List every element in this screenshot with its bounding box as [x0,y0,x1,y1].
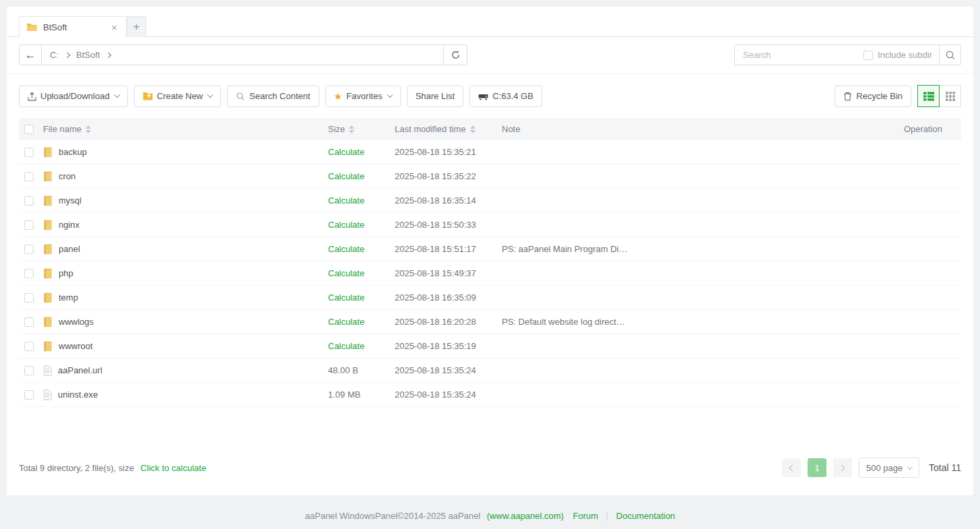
refresh-button[interactable] [443,44,467,65]
file-name[interactable]: panel [59,244,80,254]
click-to-calculate-link[interactable]: Click to calculate [141,463,207,473]
documentation-link[interactable]: Documentation [616,511,675,521]
recycle-bin-button[interactable]: Recycle Bin [835,86,911,107]
file-size[interactable]: Calculate [328,317,395,327]
tab-btsoft[interactable]: BtSoft × [19,16,127,37]
star-icon: ★ [334,92,343,101]
file-size[interactable]: Calculate [328,268,395,278]
row-checkbox[interactable] [24,172,34,181]
search-content-button[interactable]: Search Content [227,86,319,107]
prev-page-button[interactable] [782,458,801,477]
forum-link[interactable]: Forum [573,511,599,521]
file-size[interactable]: Calculate [328,195,395,206]
search-input[interactable] [742,49,863,61]
next-page-button[interactable] [833,458,852,477]
table-row[interactable]: panel Calculate 2025-08-18 15:51:17 PS: … [19,237,961,261]
file-manager-panel: BtSoft × + ← C: BtSoft [7,7,973,495]
select-all-checkbox[interactable] [24,125,34,134]
include-subdir-checkbox[interactable] [863,51,873,60]
file-name[interactable]: uninst.exe [58,390,98,400]
toolbar: Upload/Download Create New Search Conten… [7,74,973,118]
table-row[interactable]: aaPanel.url 48.00 B 2025-08-18 15:35:24 [19,359,961,383]
table-row[interactable]: php Calculate 2025-08-18 15:49:37 [19,261,961,286]
site-link[interactable]: (www.aapanel.com) [487,511,564,521]
file-name[interactable]: mysql [59,195,81,206]
new-tab-button[interactable]: + [127,16,146,37]
file-icon [43,365,52,376]
back-button[interactable]: ← [19,44,42,65]
file-name[interactable]: aaPanel.url [58,365,102,375]
file-name[interactable]: cron [59,171,75,181]
footer-divider: | [606,511,608,521]
row-checkbox[interactable] [24,220,34,230]
current-page-button[interactable]: 1 [808,458,826,477]
header-size[interactable]: Size [328,124,395,134]
row-checkbox[interactable] [24,245,34,254]
file-name[interactable]: temp [59,292,78,303]
breadcrumb[interactable]: C: BtSoft [41,44,444,65]
close-icon[interactable]: × [109,21,119,34]
row-checkbox[interactable] [24,317,34,327]
search-content-label: Search Content [249,91,310,101]
file-name[interactable]: wwwlogs [59,317,94,327]
favorites-button[interactable]: ★ Favorites [325,86,401,107]
file-size[interactable]: Calculate [328,292,395,303]
table-row[interactable]: wwwroot Calculate 2025-08-18 15:35:19 [19,334,961,359]
row-checkbox[interactable] [24,196,34,206]
chevron-right-icon [106,52,111,57]
table-row[interactable]: cron Calculate 2025-08-18 15:35:22 [19,164,961,189]
share-list-button[interactable]: Share List [407,86,464,107]
table-row[interactable]: backup Calculate 2025-08-18 15:35:21 [19,140,961,164]
search-button[interactable] [939,44,961,65]
last-modified-time: 2025-08-18 16:35:09 [395,292,502,303]
recycle-bin-label: Recycle Bin [856,91,903,101]
file-size[interactable]: Calculate [328,341,395,351]
file-name[interactable]: backup [59,147,87,157]
file-size: 1.09 MB [328,390,395,400]
upload-download-button[interactable]: Upload/Download [19,86,128,107]
folder-icon [26,22,38,32]
row-checkbox[interactable] [24,390,34,400]
table-row[interactable]: uninst.exe 1.09 MB 2025-08-18 15:35:24 [19,383,961,407]
disk-space-button[interactable]: C:63.4 GB [469,86,542,107]
table-row[interactable]: nginx Calculate 2025-08-18 15:50:33 [19,213,961,237]
file-name[interactable]: php [59,268,73,278]
sort-icon[interactable] [349,125,354,133]
header-file-name[interactable]: File name [43,124,328,134]
refresh-icon [451,50,461,60]
sort-icon[interactable] [470,125,476,133]
row-checkbox[interactable] [24,366,34,375]
table-row[interactable]: mysql Calculate 2025-08-18 16:35:14 [19,189,961,213]
breadcrumb-segment-drive[interactable]: C: [48,50,60,60]
trash-icon [843,92,852,101]
file-size[interactable]: Calculate [328,244,395,254]
file-size[interactable]: Calculate [328,171,395,181]
create-new-button[interactable]: Create New [134,86,222,107]
table-row[interactable]: temp Calculate 2025-08-18 16:35:09 [19,286,961,310]
row-checkbox[interactable] [24,293,34,303]
list-view-button[interactable] [917,85,940,107]
folder-icon [43,341,53,352]
grid-view-button[interactable] [939,85,961,107]
chevron-left-icon [789,464,796,471]
row-checkbox[interactable] [24,148,34,157]
row-checkbox[interactable] [24,269,34,278]
chevron-right-icon [839,464,845,471]
page-footer: aaPanel WindowsPanel©2014-2025 aaPanel (… [0,511,980,521]
sort-icon[interactable] [86,125,91,133]
header-last-modified[interactable]: Last modified time [395,124,502,134]
upload-icon [28,92,36,101]
breadcrumb-segment-folder[interactable]: BtSoft [75,50,101,60]
copyright-text: aaPanel WindowsPanel©2014-2025 aaPanel [305,511,480,521]
chevron-down-icon [387,92,392,98]
file-name[interactable]: wwwroot [59,341,93,351]
file-size[interactable]: Calculate [328,220,395,230]
folder-icon [43,292,53,303]
table-row[interactable]: wwwlogs Calculate 2025-08-18 16:20:28 PS… [19,310,961,334]
file-size[interactable]: Calculate [328,147,395,157]
file-name[interactable]: nginx [59,220,79,230]
page-size-select[interactable]: 500 page [859,458,919,478]
row-checkbox[interactable] [24,342,34,351]
search-box: Include subdir [734,44,940,65]
file-note: PS: aaPanel Main Program Di… [502,244,874,254]
